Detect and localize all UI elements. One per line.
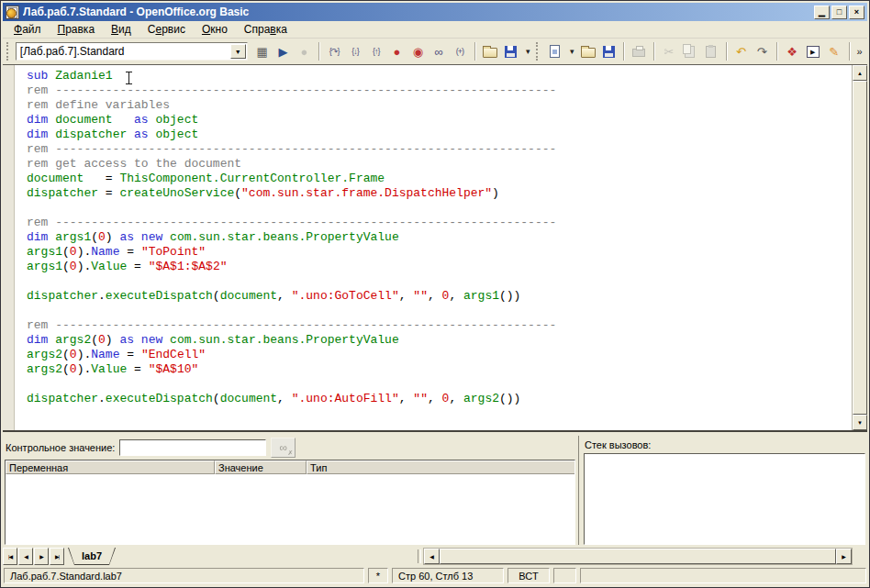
- breakpoint-button[interactable]: ●: [387, 41, 407, 62]
- open-button[interactable]: [578, 41, 598, 62]
- macro-dialog-button[interactable]: ❖: [782, 41, 802, 62]
- overflow-icon: »: [857, 47, 863, 57]
- new-document-dropdown-button[interactable]: ▾: [565, 41, 576, 62]
- code-token: dim: [27, 128, 55, 141]
- redo-button[interactable]: ↷: [752, 41, 772, 62]
- cut-button[interactable]: ✂: [659, 41, 679, 62]
- chevron-down-icon: ▾: [570, 48, 574, 56]
- toolbar-grip[interactable]: [6, 42, 11, 61]
- tab-lab7[interactable]: lab7: [68, 548, 116, 565]
- compile-icon: ▦: [257, 46, 268, 58]
- single-step-button[interactable]: {↓}: [345, 41, 365, 62]
- save-dialog-button[interactable]: [501, 41, 521, 62]
- hscrollbar-thumb[interactable]: [440, 549, 836, 564]
- run-button[interactable]: ▶: [273, 41, 294, 62]
- code-token: Name: [91, 348, 119, 361]
- status-insert-mode[interactable]: ВСТ: [508, 568, 550, 583]
- code-token: ,: [277, 289, 292, 303]
- toolbar-separator: [726, 42, 727, 61]
- menu-help[interactable]: Справка: [236, 22, 296, 37]
- code-token: dispatcher: [27, 186, 98, 200]
- vscrollbar-thumb[interactable]: [853, 81, 867, 415]
- code-token: args1: [27, 245, 62, 259]
- code-line: args1(0).Name = "ToPoint": [27, 245, 850, 260]
- tab-scroll-divider[interactable]: [418, 549, 421, 563]
- code-lines[interactable]: sub Zadanie1rem ------------------------…: [15, 65, 852, 430]
- toolbar-separator: [776, 42, 777, 61]
- tab-next-button[interactable]: ▶: [34, 548, 49, 565]
- procedure-step-icon: {↷}: [329, 48, 340, 56]
- code-token: object: [155, 113, 198, 127]
- remove-watch-button[interactable]: ∞ ✗: [271, 438, 296, 458]
- tab-first-button[interactable]: |◀: [3, 548, 17, 565]
- compile-button[interactable]: ▦: [252, 41, 273, 62]
- open-dialog-button[interactable]: [480, 41, 500, 62]
- new-document-button[interactable]: [545, 41, 565, 62]
- print-icon: [632, 49, 645, 57]
- menu-window[interactable]: Окно: [194, 22, 236, 37]
- maximize-icon: □: [837, 8, 842, 17]
- code-token: ".uno:GoToCell": [292, 289, 399, 303]
- print-button[interactable]: [629, 41, 649, 62]
- run-icon: ▶: [279, 46, 288, 58]
- cut-icon: ✂: [664, 46, 675, 58]
- editor-hscrollbar[interactable]: ◀ ▶: [423, 548, 853, 565]
- paste-button[interactable]: [701, 41, 721, 62]
- code-token: (: [213, 289, 220, 303]
- watch-table-body[interactable]: [6, 474, 574, 544]
- breakpoint-gutter[interactable]: [3, 65, 15, 430]
- step-out-button[interactable]: {↑}: [366, 41, 386, 62]
- basic-ide-button[interactable]: ▶: [803, 41, 823, 62]
- code-line: args2(0).Name = "EndCell": [27, 348, 850, 362]
- code-token: dispatcher: [27, 392, 98, 405]
- watch-input[interactable]: [119, 439, 266, 456]
- macro-dialog-icon: ❖: [786, 46, 798, 58]
- scroll-right-button[interactable]: ▶: [836, 549, 852, 564]
- column-value[interactable]: Значение: [215, 460, 307, 474]
- save-button[interactable]: [599, 41, 619, 62]
- code-editor[interactable]: sub Zadanie1rem ------------------------…: [3, 64, 867, 430]
- tab-last-button[interactable]: ▶|: [50, 548, 64, 565]
- status-modified: *: [368, 568, 388, 583]
- find-parentheses-button[interactable]: (+): [450, 41, 470, 62]
- scroll-left-button[interactable]: ◀: [424, 549, 440, 564]
- library-selector[interactable]: [Лаб.раб.7].Standard ▼: [16, 42, 248, 61]
- stop-button[interactable]: ●: [294, 41, 314, 62]
- menu-file[interactable]: Файл: [6, 22, 50, 37]
- tab-prev-button[interactable]: ◀: [18, 548, 33, 565]
- editor-vscrollbar[interactable]: ▲ ▼: [852, 65, 867, 430]
- tab-bar-spacer: [853, 548, 867, 565]
- code-token: .: [98, 392, 106, 405]
- minimize-button[interactable]: ▁: [814, 6, 830, 19]
- status-bar: Лаб.раб.7.Standard.lab7 * Стр 60, Стлб 1…: [3, 565, 867, 585]
- maximize-button[interactable]: □: [831, 6, 847, 19]
- undo-button[interactable]: ↶: [731, 41, 752, 62]
- basic-ide-icon: ▶: [807, 46, 820, 58]
- column-variable[interactable]: Переменная: [6, 460, 215, 474]
- procedure-step-button[interactable]: {↷}: [324, 41, 344, 62]
- close-button[interactable]: ×: [849, 6, 864, 19]
- title-bar[interactable]: Лаб.раб.7.Standard - OpenOffice.org Basi…: [3, 3, 867, 21]
- paste-icon: [706, 46, 716, 58]
- scroll-down-button[interactable]: ▼: [853, 415, 867, 430]
- scroll-up-button[interactable]: ▲: [853, 65, 867, 81]
- call-stack-list[interactable]: [584, 453, 865, 545]
- toolbar-more-button[interactable]: ▾: [521, 41, 532, 62]
- code-token: args1: [55, 230, 91, 244]
- copy-button[interactable]: [680, 41, 700, 62]
- library-selector-dropdown-button[interactable]: ▼: [230, 44, 246, 59]
- enable-watch-button[interactable]: ∞: [429, 41, 449, 62]
- column-type[interactable]: Тип: [307, 460, 574, 474]
- toolbar-overflow-button[interactable]: »: [853, 41, 864, 62]
- toolbar-grip[interactable]: [536, 42, 541, 61]
- menu-view[interactable]: Вид: [103, 22, 139, 37]
- menu-edit[interactable]: Правка: [50, 22, 104, 37]
- code-token: =: [127, 260, 148, 273]
- code-token: ): [106, 333, 120, 347]
- code-token: =: [98, 186, 119, 200]
- manage-breakpoints-button[interactable]: ◉: [407, 41, 428, 62]
- edit-source-button[interactable]: ✎: [824, 41, 844, 62]
- menu-tools[interactable]: Сервис: [139, 22, 194, 37]
- code-token: (: [62, 362, 70, 376]
- code-token: as: [134, 128, 155, 141]
